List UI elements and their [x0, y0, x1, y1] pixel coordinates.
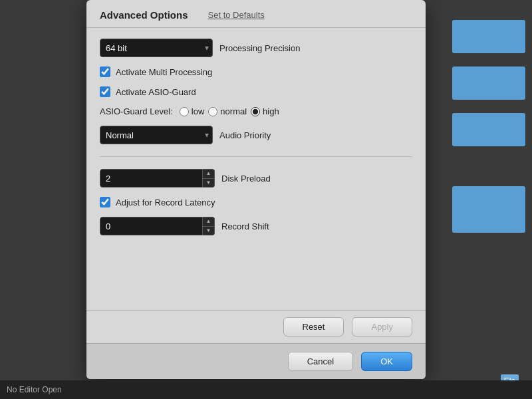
waveform-2 [452, 66, 525, 100]
record-shift-row: ▲ ▼ Record Shift [100, 217, 412, 235]
status-text: No Editor Open [7, 385, 62, 394]
dialog-title: Advanced Options [100, 9, 188, 21]
audio-priority-select[interactable]: Low Normal High Boost [100, 126, 213, 144]
record-shift-spin-buttons: ▲ ▼ [203, 217, 215, 235]
asio-level-label: ASIO-Guard Level: [100, 106, 173, 116]
dialog-footer: Cancel OK [86, 343, 426, 379]
set-defaults-button[interactable]: Set to Defaults [208, 10, 265, 20]
waveform-1 [452, 20, 525, 53]
asio-level-low-label[interactable]: low [180, 106, 205, 116]
disk-preload-spinbox: ▲ ▼ [100, 169, 215, 188]
audio-priority-row: Low Normal High Boost Audio Priority [100, 126, 412, 144]
asio-level-high-label[interactable]: high [251, 106, 279, 116]
status-bar: No Editor Open [0, 380, 532, 399]
disk-preload-label: Disk Preload [221, 174, 271, 184]
disk-preload-up-button[interactable]: ▲ [203, 170, 214, 179]
action-buttons-row: Reset Apply [86, 310, 426, 343]
disk-preload-spin-buttons: ▲ ▼ [203, 169, 215, 188]
dialog-content: 32 bit 64 bit Processing Precision Activ… [86, 28, 426, 310]
asio-guard-label[interactable]: Activate ASIO-Guard [116, 87, 196, 97]
divider-1 [100, 156, 412, 157]
asio-level-radio-group: low normal high [180, 106, 279, 116]
record-shift-label: Record Shift [221, 221, 269, 231]
asio-level-normal-radio[interactable] [208, 107, 217, 116]
advanced-options-dialog: Advanced Options Set to Defaults 32 bit … [86, 0, 426, 379]
multi-processing-label[interactable]: Activate Multi Processing [116, 67, 212, 77]
asio-guard-row: Activate ASIO-Guard [100, 86, 412, 97]
record-shift-spinbox: ▲ ▼ [100, 217, 215, 235]
record-shift-down-button[interactable]: ▼ [203, 227, 214, 235]
dialog-header: Advanced Options Set to Defaults [86, 0, 426, 28]
waveform-4: Ele [452, 186, 525, 233]
asio-level-high-radio[interactable] [251, 107, 260, 116]
asio-level-low-text: low [192, 106, 205, 116]
record-latency-row: Adjust for Record Latency [100, 197, 412, 207]
asio-level-low-radio[interactable] [180, 107, 189, 116]
processing-precision-wrapper: 32 bit 64 bit [100, 39, 213, 57]
asio-level-normal-text: normal [220, 106, 247, 116]
record-shift-input[interactable] [100, 217, 203, 235]
apply-button[interactable]: Apply [352, 317, 412, 336]
audio-priority-wrapper: Low Normal High Boost [100, 126, 213, 144]
disk-preload-row: ▲ ▼ Disk Preload [100, 169, 412, 188]
record-shift-up-button[interactable]: ▲ [203, 217, 214, 227]
multi-processing-checkbox[interactable] [100, 66, 110, 77]
processing-precision-select[interactable]: 32 bit 64 bit [100, 39, 213, 57]
disk-preload-down-button[interactable]: ▼ [203, 179, 214, 188]
waveform-3 [452, 113, 525, 146]
asio-guard-checkbox[interactable] [100, 86, 110, 97]
record-latency-label[interactable]: Adjust for Record Latency [116, 198, 215, 207]
record-latency-checkbox[interactable] [100, 197, 110, 207]
asio-level-normal-label[interactable]: normal [208, 106, 247, 116]
multi-processing-row: Activate Multi Processing [100, 66, 412, 77]
cancel-button[interactable]: Cancel [288, 352, 353, 371]
asio-level-row: ASIO-Guard Level: low normal high [100, 106, 412, 116]
processing-precision-row: 32 bit 64 bit Processing Precision [100, 39, 412, 57]
audio-priority-label: Audio Priority [219, 130, 271, 140]
ok-button[interactable]: OK [361, 352, 412, 371]
reset-button[interactable]: Reset [283, 317, 344, 336]
processing-precision-label: Processing Precision [219, 43, 300, 53]
disk-preload-input[interactable] [100, 169, 203, 188]
asio-level-high-text: high [263, 106, 279, 116]
